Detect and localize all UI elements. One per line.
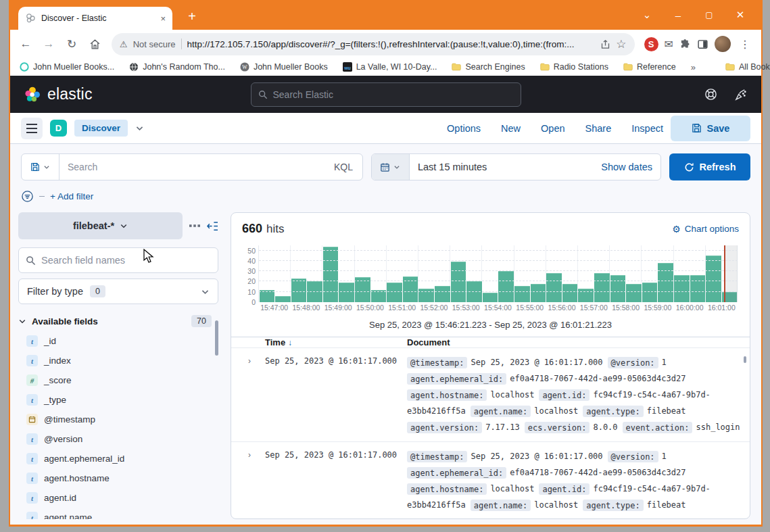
profile-avatar[interactable]: [715, 36, 731, 52]
filter-icon[interactable]: [21, 190, 34, 203]
menu-link-options[interactable]: Options: [447, 123, 481, 134]
add-filter-button[interactable]: + Add filter: [50, 191, 93, 201]
search-field-names-input[interactable]: Search field names: [18, 247, 218, 273]
histogram-bar[interactable]: [626, 284, 642, 302]
histogram-bar[interactable]: [339, 283, 354, 302]
url-text[interactable]: http://172.105.7.150/app/discover#/?_g=(…: [187, 39, 596, 49]
histogram-bar[interactable]: [514, 286, 530, 302]
histogram-bar[interactable]: [483, 293, 498, 302]
bookmark-item[interactable]: wuLa Valle, WI 10-Day...: [343, 62, 437, 72]
menu-link-share[interactable]: Share: [585, 123, 612, 134]
histogram-bar[interactable]: [706, 256, 721, 302]
bookmark-item[interactable]: Radio Stations: [540, 62, 608, 72]
bookmark-item[interactable]: Search Engines: [452, 62, 525, 72]
space-badge[interactable]: D: [50, 120, 67, 137]
forward-icon[interactable]: →: [39, 34, 59, 54]
main-menu-icon[interactable]: [21, 118, 43, 139]
bookmark-item[interactable]: John's Random Tho...: [129, 62, 225, 72]
all-bookmarks-button[interactable]: All Bookmarks: [725, 62, 770, 72]
histogram-bar[interactable]: [291, 279, 307, 302]
save-button[interactable]: Save: [671, 116, 750, 141]
elastic-logo[interactable]: elastic: [24, 85, 93, 103]
time-range-value[interactable]: Last 15 minutes: [410, 162, 593, 172]
close-button[interactable]: ✕: [725, 9, 756, 21]
available-fields-header[interactable]: Available fields 70: [18, 315, 218, 327]
histogram-bar[interactable]: [546, 273, 562, 302]
side-panel-icon[interactable]: [697, 39, 708, 50]
histogram-bar[interactable]: [531, 284, 546, 302]
histogram-bar[interactable]: [451, 262, 466, 302]
bookmark-item[interactable]: Reference: [623, 62, 676, 72]
histogram-bar[interactable]: [498, 271, 514, 302]
share-icon[interactable]: [600, 39, 610, 49]
field-item-agent.hostname[interactable]: tagent.hostname: [18, 468, 218, 488]
histogram-bar[interactable]: [387, 283, 402, 302]
bookmark-item[interactable]: John Mueller Books...: [20, 62, 114, 72]
histogram-bar[interactable]: [658, 263, 673, 302]
field-item-_type[interactable]: t_type: [18, 390, 218, 410]
chart-plot[interactable]: [258, 245, 738, 302]
mail-extension-icon[interactable]: ✉: [665, 38, 673, 51]
histogram-bar[interactable]: [466, 281, 482, 302]
extensions-puzzle-icon[interactable]: [679, 39, 691, 50]
field-item-@timestamp[interactable]: @timestamp: [18, 410, 218, 429]
histogram-bar[interactable]: [435, 286, 450, 302]
minimize-button[interactable]: –: [663, 9, 694, 21]
expand-row-icon[interactable]: ›: [241, 354, 258, 366]
histogram-bar[interactable]: [562, 284, 578, 302]
sidebar-scrollbar[interactable]: [215, 320, 218, 356]
field-item-_index[interactable]: t_index: [18, 351, 218, 370]
maximize-button[interactable]: ▢: [694, 10, 725, 20]
kql-label[interactable]: KQL: [324, 162, 362, 172]
histogram-bar[interactable]: [610, 275, 626, 302]
collapse-sidebar-icon[interactable]: [207, 221, 218, 231]
expand-row-icon[interactable]: ›: [241, 448, 258, 460]
filter-by-type-dropdown[interactable]: Filter by type 0: [18, 279, 218, 304]
time-column-header[interactable]: Time↓: [265, 337, 400, 347]
histogram-bar[interactable]: [275, 296, 291, 302]
elastic-search-input[interactable]: Search Elastic: [251, 82, 521, 107]
chart-options-button[interactable]: ⚙ Chart options: [672, 224, 739, 235]
browser-tab[interactable]: Discover - Elastic ×: [18, 7, 172, 30]
field-item-agent.name[interactable]: tagent.name: [18, 508, 218, 519]
bookmark-item[interactable]: WJohn Mueller Books: [240, 62, 328, 72]
menu-link-new[interactable]: New: [501, 123, 521, 134]
histogram-bar[interactable]: [307, 281, 322, 302]
bookmark-star-icon[interactable]: ☆: [616, 37, 626, 51]
field-item-agent.id[interactable]: tagent.id: [18, 488, 218, 508]
field-settings-icon[interactable]: [189, 221, 200, 231]
field-item-_score[interactable]: #_score: [18, 370, 218, 390]
news-feed-icon[interactable]: [735, 88, 748, 101]
new-tab-button[interactable]: +: [183, 8, 201, 26]
show-dates-button[interactable]: Show dates: [593, 162, 660, 172]
extension-s-icon[interactable]: S: [644, 37, 658, 51]
breadcrumb-discover[interactable]: Discover: [74, 120, 128, 137]
field-item-_id[interactable]: t_id: [18, 331, 218, 351]
reload-icon[interactable]: ↻: [62, 34, 82, 54]
histogram-bar[interactable]: [690, 275, 706, 302]
index-pattern-selector[interactable]: filebeat-*: [18, 212, 183, 239]
histogram-bar[interactable]: [642, 283, 658, 302]
document-column-header[interactable]: Document: [407, 337, 740, 347]
histogram-bar[interactable]: [674, 275, 690, 302]
help-icon[interactable]: [704, 88, 717, 101]
chevron-down-icon[interactable]: [135, 124, 144, 132]
refresh-button[interactable]: Refresh: [669, 153, 750, 180]
saved-query-menu-button[interactable]: [22, 154, 59, 180]
field-item-@version[interactable]: t@version: [18, 429, 218, 449]
tab-close-icon[interactable]: ×: [160, 14, 166, 24]
chrome-menu-icon[interactable]: ⋮: [737, 38, 753, 51]
menu-link-open[interactable]: Open: [541, 123, 564, 134]
quick-select-menu-button[interactable]: [372, 154, 410, 180]
histogram-bar[interactable]: [323, 247, 339, 302]
menu-link-inspect[interactable]: Inspect: [631, 123, 663, 134]
table-scrollbar[interactable]: [744, 356, 746, 363]
search-input[interactable]: Search: [59, 162, 324, 172]
histogram-bar[interactable]: [594, 273, 610, 302]
home-icon[interactable]: [85, 34, 105, 54]
field-item-agent.ephemeral_id[interactable]: tagent.ephemeral_id: [18, 449, 218, 468]
back-icon[interactable]: ←: [16, 34, 36, 54]
bookmarks-overflow-icon[interactable]: »: [691, 62, 696, 72]
url-bar[interactable]: ⚠ Not secure http://172.105.7.150/app/di…: [112, 33, 635, 55]
security-label[interactable]: Not secure: [133, 39, 176, 49]
